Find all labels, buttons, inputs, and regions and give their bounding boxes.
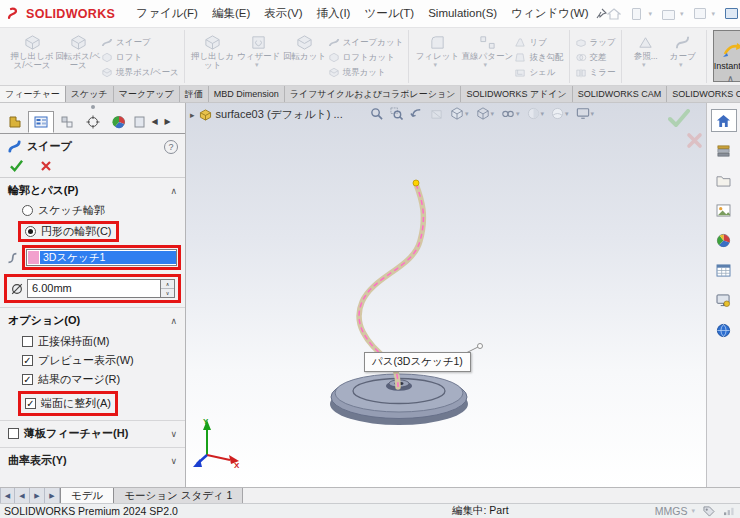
hide-show-caret-icon[interactable]: ▾: [516, 110, 520, 118]
view-orientation-icon[interactable]: ▾: [450, 107, 469, 120]
design-library-button[interactable]: [711, 139, 737, 162]
cam-settings-button[interactable]: [711, 289, 737, 312]
spin-down-icon[interactable]: ∨: [161, 289, 174, 297]
extra-manager-tab[interactable]: [132, 111, 148, 133]
boundary-boss-button[interactable]: 境界ボス/ベース: [101, 66, 179, 79]
hole-wizard-button[interactable]: ウィザード ▾: [236, 32, 282, 69]
panel-splitter[interactable]: [0, 103, 185, 110]
confirm-corner-ok-icon[interactable]: [668, 109, 690, 127]
draft-button[interactable]: 抜き勾配: [514, 51, 563, 64]
show-preview-checkbox[interactable]: ✓: [22, 355, 33, 366]
display-manager-tab[interactable]: [106, 111, 132, 133]
new-caret-icon[interactable]: ▾: [649, 10, 653, 18]
loft-button[interactable]: ロフト: [101, 51, 179, 64]
display-style-caret-icon[interactable]: ▾: [491, 110, 495, 118]
tangent-faces-row[interactable]: 正接保持面(M): [22, 334, 185, 349]
menu-insert[interactable]: 挿入(I): [310, 0, 358, 27]
sweep-cut-button[interactable]: スイープカット: [328, 36, 404, 49]
menu-tools[interactable]: ツール(T): [357, 0, 421, 27]
rib-button[interactable]: リブ: [514, 36, 563, 49]
scene-caret-icon[interactable]: ▾: [565, 110, 569, 118]
curves-button[interactable]: カーブ ▾: [665, 32, 701, 69]
file-explorer-button[interactable]: [711, 169, 737, 192]
tab-cam[interactable]: SOLIDWORKS CAM: [573, 86, 668, 102]
profile-path-section-header[interactable]: 輪郭とパス(P) ∧: [0, 178, 185, 200]
merge-result-row[interactable]: ✓ 結果のマージ(R): [22, 372, 185, 387]
extrude-cut-button[interactable]: 押し出しカット: [190, 32, 236, 70]
reference-geometry-button[interactable]: 参照... ▾: [627, 32, 665, 69]
curvature-expand-icon[interactable]: ∨: [170, 456, 177, 466]
custom-properties-button[interactable]: [711, 259, 737, 282]
view-settings-caret-icon[interactable]: ▾: [591, 110, 595, 118]
diameter-value[interactable]: 6.00mm: [28, 280, 160, 297]
confirm-corner-cancel-icon[interactable]: [686, 132, 703, 149]
pin-icon[interactable]: [596, 8, 607, 19]
linear-pattern-button[interactable]: 直線パターン ▾: [460, 32, 514, 69]
curvature-section-header[interactable]: 曲率表示(Y) ∨: [0, 448, 185, 470]
diameter-field[interactable]: 6.00mm ∧∨: [27, 279, 175, 298]
next-tab-button[interactable]: ▶: [30, 488, 45, 503]
tag-icon[interactable]: [703, 506, 715, 517]
intersect-button[interactable]: 交差: [575, 51, 616, 64]
save-caret-icon[interactable]: ▾: [712, 10, 716, 18]
merge-result-checkbox[interactable]: ✓: [22, 374, 33, 385]
loft-cut-button[interactable]: ロフトカット: [328, 51, 404, 64]
configuration-manager-tab[interactable]: [54, 111, 80, 133]
tab-mbd-dimension[interactable]: MBD Dimension: [209, 86, 285, 102]
appearances-button[interactable]: [711, 229, 737, 252]
new-document-icon[interactable]: [630, 7, 644, 20]
revolve-boss-button[interactable]: 回転ボス/ベース: [55, 32, 101, 70]
document-name[interactable]: surface03 (デフォルト) ...: [216, 107, 343, 122]
units-value[interactable]: MMGS: [655, 505, 688, 517]
thin-feature-checkbox[interactable]: [8, 428, 19, 439]
flyout-arrow-icon[interactable]: ▸: [190, 110, 195, 120]
tab-evaluate[interactable]: 評価: [180, 86, 209, 102]
menu-file[interactable]: ファイル(F): [129, 0, 205, 27]
tab-sketch[interactable]: スケッチ: [66, 86, 114, 102]
view-palette-button[interactable]: [711, 199, 737, 222]
view-settings-icon[interactable]: ▾: [576, 107, 595, 120]
save-icon[interactable]: [693, 7, 707, 20]
cancel-x-icon[interactable]: [40, 160, 52, 172]
edit-appearance-icon[interactable]: ▾: [527, 107, 545, 120]
menu-window[interactable]: ウィンドウ(W): [504, 0, 595, 27]
first-tab-button[interactable]: ◀: [0, 488, 15, 503]
open-caret-icon[interactable]: ▾: [680, 10, 684, 18]
circular-profile-radio[interactable]: [25, 226, 36, 237]
breadcrumb[interactable]: ▸ surface03 (デフォルト) ...: [190, 107, 343, 122]
ok-check-icon[interactable]: [9, 159, 24, 172]
section-view-icon[interactable]: [430, 107, 443, 120]
menu-view[interactable]: 表示(V): [257, 0, 309, 27]
3dexperience-button[interactable]: [711, 319, 737, 342]
zoom-fit-icon[interactable]: [370, 107, 383, 120]
home-icon[interactable]: [607, 8, 621, 20]
boundary-cut-button[interactable]: 境界カット: [328, 66, 404, 79]
sketch-profile-radio-row[interactable]: スケッチ輪郭: [22, 203, 185, 218]
diameter-spinner[interactable]: ∧∨: [160, 280, 174, 297]
open-icon[interactable]: [661, 7, 675, 20]
display-style-icon[interactable]: ▾: [476, 107, 495, 120]
featuremanager-tree-tab[interactable]: [2, 111, 28, 133]
tab-markup[interactable]: マークアップ: [114, 86, 180, 102]
appearance-caret-icon[interactable]: ▾: [541, 110, 545, 118]
zoom-area-icon[interactable]: [390, 107, 403, 120]
graphics-viewport[interactable]: ▸ surface03 (デフォルト) ... ▾ ▾ ▾ ▾ ▾ ▾ パス(3…: [186, 103, 706, 487]
extrude-boss-button[interactable]: 押し出しボス/ベース: [9, 32, 55, 70]
units-caret-icon[interactable]: ▾: [691, 507, 695, 515]
tab-cam-tbm[interactable]: SOLIDWORKS CAM TBM: [667, 86, 740, 102]
tab-lifecycle[interactable]: ライフサイクルおよびコラボレーション: [285, 86, 462, 102]
menu-simulation[interactable]: Simulation(S): [421, 0, 504, 27]
profile-path-collapse-icon[interactable]: ∧: [170, 186, 177, 196]
orientation-caret-icon[interactable]: ▾: [465, 110, 469, 118]
previous-view-icon[interactable]: [410, 107, 423, 120]
dimxpert-manager-tab[interactable]: [80, 111, 106, 133]
panel-help-icon[interactable]: ?: [164, 140, 178, 154]
options-collapse-icon[interactable]: ∧: [170, 316, 177, 326]
menu-edit[interactable]: 編集(E): [205, 0, 257, 27]
thin-feature-section-header[interactable]: 薄板フィーチャー(H) ∨: [0, 421, 185, 443]
thin-feature-expand-icon[interactable]: ∨: [170, 429, 177, 439]
revolve-cut-button[interactable]: 回転カット: [282, 32, 328, 61]
wrap-button[interactable]: ラップ: [575, 36, 616, 49]
spin-up-icon[interactable]: ∧: [161, 280, 174, 289]
signal-bars-icon[interactable]: [723, 506, 735, 516]
